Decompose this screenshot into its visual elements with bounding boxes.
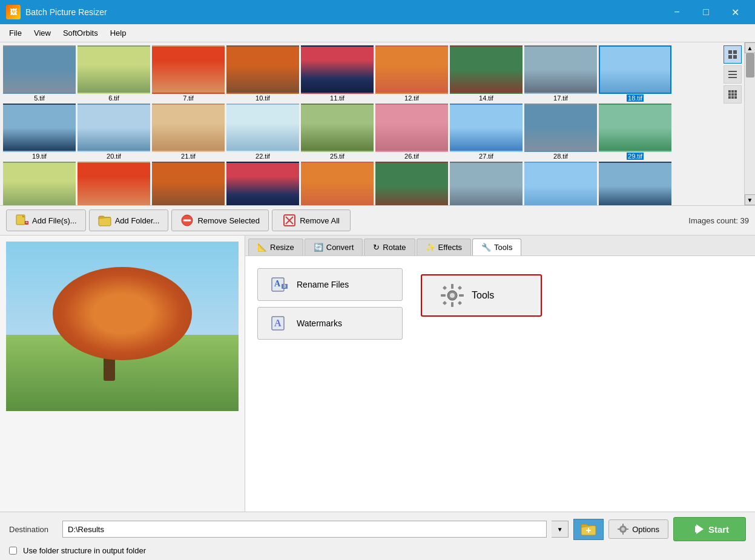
add-folder-icon <box>98 214 111 227</box>
scroll-down-button[interactable]: ▼ <box>745 194 756 205</box>
maximize-button[interactable]: □ <box>692 0 720 24</box>
rename-files-button[interactable]: A 3 Rename Files <box>257 268 403 301</box>
svg-text:A: A <box>274 279 281 288</box>
list-item[interactable]: 17.tif <box>524 45 597 102</box>
gallery-scroll[interactable]: 5.tif 6.tif 7.tif 10.tif 11.tif <box>0 42 744 205</box>
list-item[interactable]: 38.tif <box>375 162 448 205</box>
list-item[interactable]: 14.tif <box>450 45 523 102</box>
list-item[interactable]: 18.tif <box>599 45 671 102</box>
thumbnail-label: 17.tif <box>552 94 569 102</box>
list-item[interactable]: 30.tif <box>3 162 76 205</box>
list-item[interactable]: 27.tif <box>450 104 523 160</box>
thumbnail-label: 27.tif <box>478 153 495 160</box>
add-folder-button[interactable]: Add Folder... <box>89 209 169 231</box>
thumbnail-image <box>226 162 299 205</box>
remove-all-button[interactable]: Remove All <box>272 209 351 231</box>
tab-rotate-label: Rotate <box>383 243 406 252</box>
browse-button[interactable] <box>573 519 604 540</box>
list-item[interactable]: 35.tif <box>226 162 299 205</box>
thumbnail-label: 14.tif <box>478 94 495 102</box>
list-item[interactable]: 26.tif <box>375 104 448 160</box>
list-item[interactable]: 40.tif <box>524 162 597 205</box>
thumbnail-label: 26.tif <box>403 153 420 160</box>
thumbnail-image <box>375 45 448 94</box>
tab-convert[interactable]: 🔄 Convert <box>305 239 363 255</box>
tab-effects[interactable]: ✨ Effects <box>417 239 472 255</box>
tab-rotate[interactable]: ↻ Rotate <box>364 239 415 255</box>
gallery-row-1: 5.tif 6.tif 7.tif 10.tif 11.tif <box>3 45 741 102</box>
close-button[interactable]: ✕ <box>721 0 749 24</box>
list-item[interactable]: 32.tif <box>77 162 150 205</box>
start-icon <box>690 522 704 536</box>
thumbnail-image <box>450 45 523 94</box>
list-item[interactable]: 12.tif <box>375 45 448 102</box>
list-item[interactable]: 37.tif <box>301 162 374 205</box>
menu-view[interactable]: View <box>28 26 57 40</box>
scroll-up-button[interactable]: ▲ <box>745 42 756 53</box>
destination-input[interactable] <box>62 521 547 538</box>
list-item[interactable]: 22.tif <box>226 104 299 160</box>
svg-point-46 <box>621 527 625 531</box>
menu-help[interactable]: Help <box>104 26 133 40</box>
use-folder-structure-checkbox[interactable] <box>9 547 17 555</box>
menu-softorbits[interactable]: SoftOrbits <box>57 26 104 40</box>
scroll-thumb[interactable] <box>746 53 754 77</box>
list-item[interactable]: 6.tif <box>77 45 150 102</box>
menu-file[interactable]: File <box>3 26 28 40</box>
list-item[interactable]: 11.tif <box>301 45 374 102</box>
tab-resize[interactable]: 📐 Resize <box>248 239 303 255</box>
list-item[interactable]: autumn lake.tif <box>599 162 671 205</box>
destination-label: Destination <box>9 525 58 534</box>
list-item[interactable]: 33.tif <box>152 162 225 205</box>
destination-dropdown[interactable]: ▼ <box>552 521 569 538</box>
minimize-button[interactable]: − <box>663 0 691 24</box>
list-item[interactable]: 20.tif <box>77 104 150 160</box>
list-item[interactable]: 28.tif <box>524 104 597 160</box>
options-button[interactable]: Options <box>608 519 668 539</box>
thumbnail-view-button[interactable] <box>724 45 742 64</box>
list-item[interactable]: 39.tif <box>450 162 523 205</box>
thumbnail-image <box>226 104 299 152</box>
svg-rect-3 <box>733 55 737 59</box>
preview-area <box>0 236 245 512</box>
thumbnail-label: 21.tif <box>180 153 197 160</box>
tab-resize-label: Resize <box>270 243 294 252</box>
svg-rect-1 <box>733 50 737 54</box>
toolbar: + Add File(s)... Add Folder... Remove <box>0 206 755 236</box>
thumbnail-label: 25.tif <box>329 153 346 160</box>
svg-text:3: 3 <box>283 283 286 289</box>
tab-tools-label: Tools <box>494 243 512 252</box>
gear-icon <box>440 283 464 308</box>
list-item[interactable]: 21.tif <box>152 104 225 160</box>
tools-main-button[interactable]: Tools <box>421 274 542 317</box>
list-item[interactable]: 5.tif <box>3 45 76 102</box>
remove-selected-icon <box>180 214 194 227</box>
tab-tools[interactable]: 🔧 Tools <box>472 239 521 255</box>
list-item[interactable]: 25.tif <box>301 104 374 160</box>
start-button[interactable]: Start <box>673 517 746 541</box>
thumbnail-label: 10.tif <box>254 94 271 102</box>
svg-rect-6 <box>728 77 737 78</box>
thumbnail-label: 20.tif <box>105 153 122 160</box>
remove-selected-button[interactable]: Remove Selected <box>171 209 269 231</box>
list-item[interactable]: 29.tif <box>599 104 671 160</box>
thumbnail-image <box>301 162 374 205</box>
watermarks-button[interactable]: A Watermarks <box>257 307 403 340</box>
tools-tab-content: A 3 Rename Files A <box>245 256 755 512</box>
list-item[interactable]: 7.tif <box>152 45 225 102</box>
grid-view-button[interactable] <box>724 85 742 104</box>
svg-rect-35 <box>451 302 453 307</box>
thumbnail-label-active: 29.tif <box>627 153 644 160</box>
list-item[interactable]: 19.tif <box>3 104 76 160</box>
thumbnail-image <box>77 104 150 152</box>
add-files-button[interactable]: + Add File(s)... <box>6 209 86 231</box>
resize-icon: 📐 <box>257 243 267 252</box>
add-files-label: Add File(s)... <box>32 216 77 225</box>
svg-rect-52 <box>693 524 695 534</box>
svg-text:+: + <box>25 220 28 225</box>
svg-rect-34 <box>451 284 453 289</box>
list-item[interactable]: 10.tif <box>226 45 299 102</box>
list-view-button[interactable] <box>724 65 742 84</box>
watermarks-label: Watermarks <box>297 318 342 328</box>
preview-image <box>6 242 239 411</box>
